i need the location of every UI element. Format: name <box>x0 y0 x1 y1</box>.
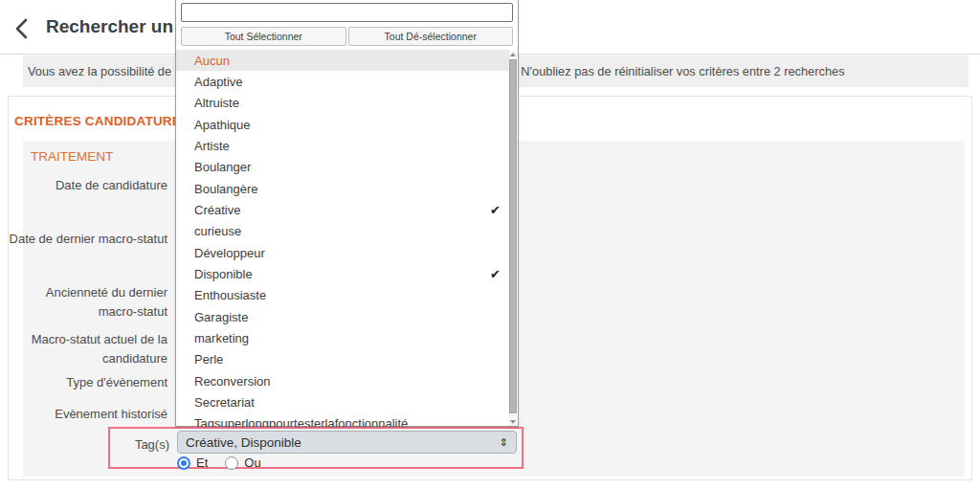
tags-operator-group: EtOu <box>177 456 261 470</box>
scroll-up-icon[interactable] <box>510 53 516 56</box>
tag-option-label: Altruiste <box>194 96 239 110</box>
tags-selected-values: Créative, Disponible <box>186 435 301 450</box>
tags-dropdown: Tout Sélectionner Tout Dé-sélectionner A… <box>175 0 519 427</box>
tag-option-label: Apathique <box>194 118 251 132</box>
field-label-anciennete: Ancienneté du dernier macro-statut <box>46 283 167 321</box>
tag-option[interactable]: Enthousiaste <box>176 285 509 306</box>
scroll-down-icon[interactable] <box>510 420 516 424</box>
tag-option[interactable]: Apathique <box>176 114 509 135</box>
tag-option-label: Adaptive <box>194 75 243 89</box>
traitement-title: TRAITEMENT <box>31 149 113 164</box>
select-all-button[interactable]: Tout Sélectionner <box>181 27 346 46</box>
tag-option[interactable]: Perle <box>176 349 509 370</box>
radio-icon <box>177 456 190 470</box>
tag-option[interactable]: Secretariat <box>176 391 509 412</box>
deselect-all-button[interactable]: Tout Dé-sélectionner <box>348 27 514 46</box>
back-button[interactable] <box>14 18 33 41</box>
field-label-date-macro-statut: Date de dernier macro-statut <box>10 230 167 249</box>
tag-option[interactable]: Boulanger <box>176 157 509 178</box>
radio-icon <box>225 456 238 470</box>
tag-option-label: Enthousiaste <box>194 288 266 302</box>
tag-option[interactable]: Développeur <box>176 242 509 263</box>
tag-option[interactable]: Disponible✔ <box>176 263 509 284</box>
tag-option-label: marketing <box>194 331 249 345</box>
tag-option-label: Artiste <box>194 139 230 153</box>
tag-option-label: Perle <box>194 352 223 367</box>
tag-option-label: Reconversion <box>194 374 271 389</box>
field-label-type-evenement: Type d'évènement <box>66 373 167 392</box>
tag-option[interactable]: Reconversion <box>176 370 509 391</box>
tag-option[interactable]: Boulangère <box>176 178 509 199</box>
tag-option-label: Garagiste <box>194 310 248 324</box>
tags-dropdown-actions: Tout Sélectionner Tout Dé-sélectionner <box>181 27 513 46</box>
tag-option-label: Développeur <box>194 246 265 260</box>
operator-radio-ou[interactable]: Ou <box>225 456 260 470</box>
tag-option[interactable]: Aucun <box>176 50 509 71</box>
check-icon: ✔ <box>490 203 501 217</box>
operator-radio-et[interactable]: Et <box>177 456 208 470</box>
dropdown-scrollbar-thumb[interactable] <box>509 59 517 413</box>
radio-label: Ou <box>244 456 260 470</box>
tag-option-label: Aucun <box>194 54 230 68</box>
tag-option[interactable]: Adaptive <box>176 71 509 92</box>
tag-option-label: curieuse <box>194 224 241 238</box>
tag-option[interactable]: Garagiste <box>176 306 509 327</box>
criteria-section-title: CRITÈRES CANDIDATURES <box>14 114 189 128</box>
field-label-macro-statut-actuel: Macro-statut actuel de la candidature <box>32 330 167 367</box>
tag-option-label: Boulanger <box>194 160 251 174</box>
check-icon: ✔ <box>490 267 501 281</box>
tags-options-list: AucunAdaptiveAltruisteApathiqueArtisteBo… <box>176 50 509 427</box>
tags-filter-input[interactable] <box>181 3 513 22</box>
search-candidature-page: Rechercher un Vous avez la possibilité d… <box>0 0 980 489</box>
chevron-left-icon <box>14 18 30 39</box>
tags-multiselect[interactable]: Créative, Disponible ⇕ <box>177 431 517 454</box>
tag-option[interactable]: curieuse <box>176 221 509 242</box>
page-title: Rechercher un <box>46 16 173 37</box>
field-label-tags: Tag(s) <box>135 435 169 455</box>
field-label-evenement-historise: Evènement historisé <box>55 405 167 424</box>
tag-option[interactable]: Tagsuperlongpourtesterlafonctionnalité <box>176 413 509 427</box>
tag-option[interactable]: Artiste <box>176 135 509 156</box>
tag-option[interactable]: marketing <box>176 327 509 348</box>
tag-option-label: Créative <box>194 203 240 217</box>
select-updown-icon: ⇕ <box>500 437 508 448</box>
tag-option-label: Boulangère <box>194 182 258 196</box>
tag-option[interactable]: Altruiste <box>176 93 509 114</box>
tag-option-label: Tagsuperlongpourtesterlafonctionnalité <box>194 416 408 427</box>
notice-text-right: ). N'oubliez pas de réinitialiser vos cr… <box>510 64 845 78</box>
tag-option[interactable]: Créative✔ <box>176 199 509 220</box>
tag-option-label: Disponible <box>194 267 253 281</box>
field-label-date-candidature: Date de candidature <box>56 176 167 195</box>
radio-label: Et <box>196 456 208 470</box>
tag-option-label: Secretariat <box>194 395 255 410</box>
